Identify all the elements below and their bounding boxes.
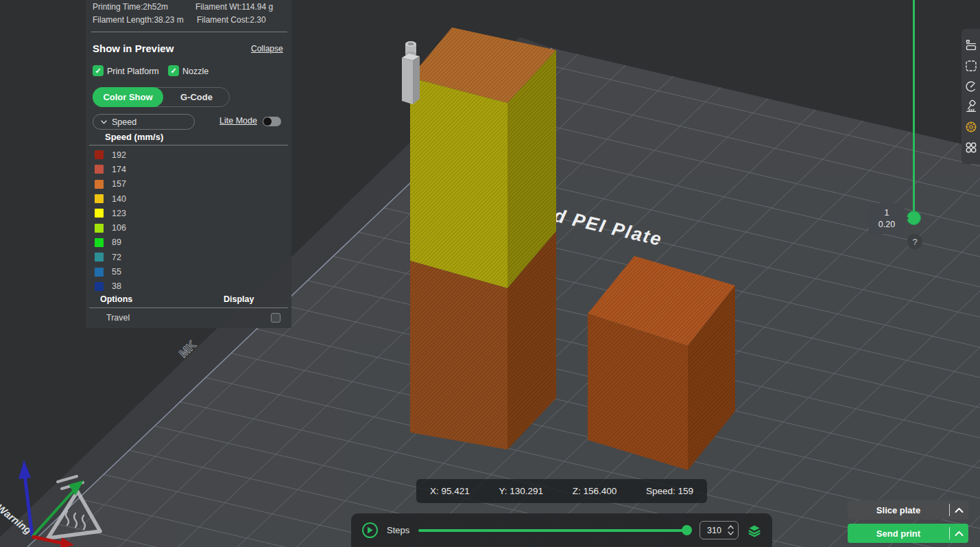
legend-value: 72 <box>112 253 121 262</box>
print-platform-checkbox[interactable]: ✓ <box>93 65 104 76</box>
legend-value: 38 <box>112 281 121 291</box>
layer-slider-track[interactable] <box>913 0 915 218</box>
legend-item: 174 <box>95 162 126 176</box>
legend-item: 192 <box>95 148 126 162</box>
status-y: Y: 130.291 <box>499 486 543 496</box>
stat-filament-length: Filament Length:38.23 m <box>93 15 184 25</box>
status-x: X: 95.421 <box>430 486 470 496</box>
divider <box>91 32 287 32</box>
steps-slider-handle[interactable] <box>682 525 692 535</box>
display-header: Display <box>224 294 254 304</box>
model-short-box <box>588 256 735 470</box>
help-button[interactable]: ? <box>907 234 922 249</box>
toggle-knob <box>263 117 272 126</box>
legend-color-swatch <box>95 165 104 174</box>
plate-select-icon[interactable] <box>964 59 978 73</box>
layer-tooltip: 1 0.20 <box>869 203 905 234</box>
slicer-app: MK d PEI Plate Warning <box>0 0 980 547</box>
filament-spool-icon[interactable] <box>964 120 978 134</box>
travel-checkbox[interactable] <box>271 313 280 323</box>
speed-gauge-icon[interactable] <box>964 80 978 93</box>
color-scheme-dropdown[interactable]: Speed <box>93 114 195 130</box>
status-z: Z: 156.400 <box>573 486 617 496</box>
layer-height: 0.20 <box>879 219 895 231</box>
model-tall-box <box>410 27 556 450</box>
legend-color-swatch <box>95 209 104 218</box>
chevron-up-icon <box>955 531 964 537</box>
view-toolbar <box>961 29 980 164</box>
divider <box>89 307 288 308</box>
legend-item: 38 <box>95 279 126 294</box>
slice-plate-label: Slice plate <box>848 505 949 515</box>
status-speed: Speed: 159 <box>646 486 693 496</box>
slice-plate-button[interactable]: Slice plate <box>848 500 968 520</box>
lite-mode-toggle[interactable] <box>263 117 281 126</box>
legend-color-swatch <box>95 238 104 247</box>
tab-gcode[interactable]: G-Code <box>163 88 230 106</box>
legend-value: 106 <box>112 223 126 233</box>
legend-item: 55 <box>95 264 126 279</box>
apps-icon[interactable] <box>964 141 978 154</box>
collapse-link[interactable]: Collapse <box>251 44 283 54</box>
steps-value-input[interactable]: 310 <box>700 521 739 539</box>
play-button[interactable] <box>362 522 378 538</box>
chevron-up-icon <box>955 507 964 513</box>
layers-icon[interactable] <box>748 524 761 537</box>
send-print-label: Send print <box>848 528 949 539</box>
lamp-icon[interactable] <box>964 100 978 113</box>
divider <box>89 145 288 146</box>
legend-item: 106 <box>95 220 126 235</box>
legend-color-swatch <box>95 268 104 277</box>
legend-value: 123 <box>112 209 126 218</box>
preview-mode-tabs: Color Show G-Code <box>93 87 230 107</box>
legend-value: 192 <box>112 150 126 160</box>
send-print-button[interactable]: Send print <box>848 524 968 543</box>
chevron-down-icon <box>101 120 107 124</box>
legend-value: 174 <box>112 165 126 174</box>
legend-value: 140 <box>112 194 126 204</box>
tab-color-show[interactable]: Color Show <box>93 87 163 107</box>
legend-color-swatch <box>95 194 104 203</box>
legend-color-swatch <box>95 180 104 189</box>
steps-value: 310 <box>707 526 724 535</box>
steps-bar: Steps 310 <box>351 513 772 547</box>
legend-color-swatch <box>95 282 104 291</box>
legend-color-swatch <box>95 224 104 233</box>
dropdown-value: Speed <box>112 117 136 127</box>
legend-item: 140 <box>95 191 126 206</box>
layer-number: 1 <box>885 207 889 219</box>
print-platform-label: Print Platform <box>107 67 159 76</box>
steps-slider-track[interactable] <box>418 529 691 532</box>
stat-filament-weight: Filament Wt:114.94 g <box>195 2 273 12</box>
options-header: Options <box>100 294 132 304</box>
legend-item: 72 <box>95 250 126 264</box>
legend-value: 157 <box>112 179 126 189</box>
nozzle-checkbox[interactable]: ✓ <box>168 65 179 76</box>
preview-panel: Printing Time:2h52m Filament Wt:114.94 g… <box>86 0 291 328</box>
stat-printing-time: Printing Time:2h52m <box>93 2 168 12</box>
print-list-icon[interactable] <box>964 38 978 52</box>
legend-item: 157 <box>95 177 126 191</box>
legend-color-swatch <box>95 253 104 261</box>
legend-color-swatch <box>95 150 104 159</box>
speed-legend: 192 174 157 140 123 106 <box>95 148 126 294</box>
lite-mode-label: Lite Mode <box>219 116 257 126</box>
stepper-arrows[interactable] <box>728 524 734 536</box>
steps-label: Steps <box>387 525 409 535</box>
panel-title: Show in Preview <box>93 43 174 54</box>
nozzle-label: Nozzle <box>182 67 208 76</box>
legend-item: 123 <box>95 206 126 220</box>
play-icon <box>367 526 373 534</box>
layer-slider-handle[interactable] <box>907 211 921 225</box>
slice-options-chevron[interactable] <box>950 507 968 513</box>
send-options-chevron[interactable] <box>950 531 968 537</box>
legend-title: Speed (mm/s) <box>105 132 163 142</box>
stat-filament-cost: Filament Cost:2.30 <box>197 15 266 25</box>
nozzle-status-bar: X: 95.421 Y: 130.291 Z: 156.400 Speed: 1… <box>416 479 707 503</box>
legend-value: 55 <box>112 267 121 277</box>
legend-item: 89 <box>95 235 126 250</box>
travel-label: Travel <box>106 313 130 323</box>
legend-value: 89 <box>112 237 121 247</box>
